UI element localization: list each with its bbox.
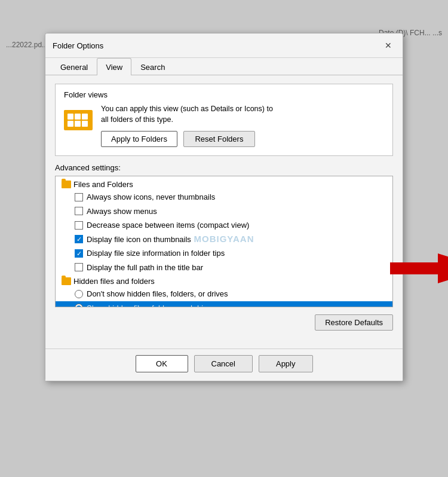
folder-views-buttons: Apply to Folders Reset Folders <box>101 131 273 147</box>
tab-search[interactable]: Search <box>131 58 174 75</box>
cb-display-full-path[interactable] <box>75 263 83 271</box>
mini-folder-hidden-icon <box>62 277 71 285</box>
advanced-settings-tree[interactable]: Files and Folders Always show icons, nev… <box>55 176 393 307</box>
folder-grid <box>67 114 88 127</box>
folder-views-section: Folder views You can apply this view (su… <box>55 84 393 156</box>
tree-container: Files and Folders Always show icons, nev… <box>55 176 393 307</box>
restore-defaults-button[interactable]: Restore Defaults <box>315 314 393 331</box>
rb-dont-show-hidden[interactable] <box>75 290 83 298</box>
folder-views-description: You can apply this view (such as Details… <box>101 104 273 125</box>
cancel-button[interactable]: Cancel <box>194 355 253 372</box>
ok-button[interactable]: OK <box>136 355 188 372</box>
cb-display-file-size[interactable] <box>75 249 83 258</box>
files-and-folders-label: Files and Folders <box>73 180 133 189</box>
cb-decrease-space[interactable] <box>75 221 83 230</box>
tree-item-display-file-icon: Display file icon on thumbnails <box>62 233 392 247</box>
tree-folder-files-and-folders: Files and Folders <box>62 179 392 190</box>
cb-display-file-icon[interactable] <box>75 235 83 243</box>
dialog-body: Folder views You can apply this view (su… <box>45 75 403 348</box>
bg-hint-left: ...22022.pd... <box>6 41 48 49</box>
folder-views-content: You can apply this view (such as Details… <box>64 104 384 147</box>
tree-item-decrease-space: Decrease space between items (compact vi… <box>62 218 392 233</box>
restore-row: Restore Defaults <box>55 314 393 331</box>
rb-show-hidden[interactable] <box>75 304 83 307</box>
tree-item-always-show-icons: Always show icons, never thumbnails <box>62 190 392 204</box>
cb-always-show-icons[interactable] <box>75 193 83 201</box>
tree-item-show-hidden: Show hidden files, folders, and drives <box>56 301 392 307</box>
tree-folder-hidden-files: Hidden files and folders <box>62 276 392 287</box>
tab-general[interactable]: General <box>51 58 97 75</box>
folder-icon <box>64 105 93 130</box>
apply-to-folders-button[interactable]: Apply to Folders <box>101 131 177 147</box>
close-button[interactable]: ✕ <box>381 38 395 53</box>
tree-inner[interactable]: Files and Folders Always show icons, nev… <box>56 176 392 307</box>
tree-item-dont-show-hidden: Don't show hidden files, folders, or dri… <box>62 287 392 301</box>
reset-folders-button[interactable]: Reset Folders <box>183 131 255 147</box>
hidden-files-label: Hidden files and folders <box>73 277 155 286</box>
tab-view[interactable]: View <box>97 58 131 75</box>
cb-always-show-menus[interactable] <box>75 207 83 215</box>
bottom-buttons: OK Cancel Apply <box>45 348 403 381</box>
mini-folder-icon <box>62 181 71 188</box>
folder-views-right: You can apply this view (such as Details… <box>101 104 273 147</box>
tree-item-display-full-path: Display the full path in the title bar <box>62 261 392 275</box>
folder-options-dialog: Folder Options ✕ General View Search Fol… <box>45 33 403 381</box>
tree-item-always-show-menus: Always show menus <box>62 204 392 219</box>
apply-button[interactable]: Apply <box>259 355 313 372</box>
tabs-bar: General View Search <box>45 58 403 75</box>
title-bar: Folder Options ✕ <box>45 33 403 58</box>
red-arrow-icon <box>390 250 448 286</box>
dialog-title: Folder Options <box>53 41 103 50</box>
tree-item-display-file-size: Display file size information in folder … <box>62 246 392 261</box>
advanced-label: Advanced settings: <box>55 163 393 172</box>
svg-marker-0 <box>390 253 448 283</box>
folder-views-label: Folder views <box>64 90 384 99</box>
